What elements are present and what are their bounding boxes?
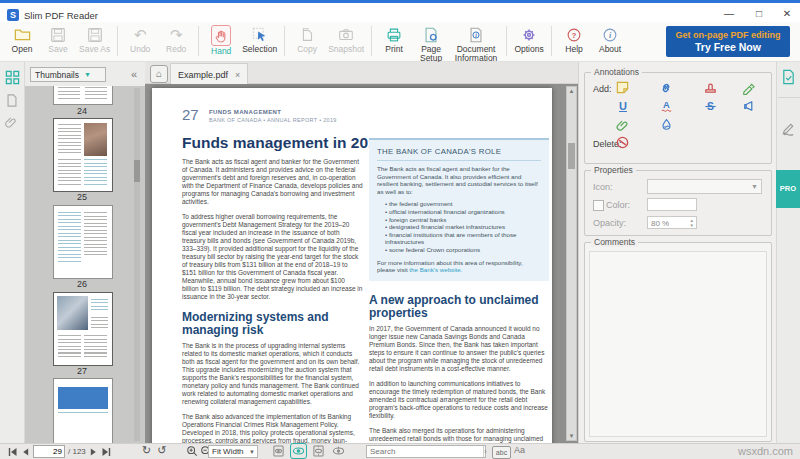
promo-line1: Get on-page PDF editing xyxy=(666,30,790,40)
toolbar-separator xyxy=(117,26,118,56)
link-icon[interactable] xyxy=(659,80,675,96)
stamp-icon[interactable] xyxy=(703,80,719,96)
validate-document-icon[interactable] xyxy=(781,69,796,85)
ink-icon[interactable] xyxy=(659,118,675,134)
undo-icon: ↶ xyxy=(134,25,147,44)
signature-tab[interactable] xyxy=(781,122,796,137)
thumbnail-page-28[interactable] xyxy=(53,378,113,443)
save-as-button[interactable]: Save As xyxy=(79,25,110,54)
bookmarks-panel-icon[interactable] xyxy=(5,93,20,108)
viewer-scrollbar[interactable]: ▲ ▼ xyxy=(566,86,577,441)
scroll-up-arrow[interactable]: ▲ xyxy=(567,88,576,94)
whole-word-toggle[interactable]: abc xyxy=(492,446,511,459)
maximize-button[interactable]: □ xyxy=(752,7,766,21)
try-free-now-button[interactable]: Get on-page PDF editing Try Free Now xyxy=(666,26,790,57)
help-icon: ? xyxy=(565,25,583,44)
icon-dropdown[interactable]: ▼ xyxy=(647,179,762,194)
options-label: Options xyxy=(514,45,543,54)
copy-button[interactable]: Copy xyxy=(292,25,322,54)
bullet-item: some federal Crown corporations xyxy=(385,246,541,254)
fit-mode-select[interactable]: Fit Width ▼ xyxy=(208,445,258,458)
save-label: Save xyxy=(48,45,67,54)
next-page-icon[interactable] xyxy=(89,447,98,457)
highlight-icon[interactable] xyxy=(741,80,757,96)
sidebar-icon-strip xyxy=(0,62,25,443)
thumbnail-page-25[interactable] xyxy=(53,118,113,192)
print-icon xyxy=(385,25,403,44)
minimize-button[interactable]: — xyxy=(722,7,736,21)
search-input[interactable] xyxy=(367,446,483,457)
match-case-toggle[interactable]: Aa xyxy=(514,445,525,455)
app-logo: S xyxy=(7,9,19,21)
undo-label: Undo xyxy=(130,45,150,54)
thumbnails-panel-icon[interactable] xyxy=(5,70,20,85)
attach-file-icon[interactable] xyxy=(615,118,631,134)
tab-close-icon[interactable]: × xyxy=(235,70,240,80)
print-button[interactable]: Print xyxy=(379,25,409,54)
callout-icon[interactable] xyxy=(741,99,757,115)
search-field[interactable]: › xyxy=(366,445,486,458)
thumbnail-page-26[interactable] xyxy=(53,205,113,279)
undo-button[interactable]: ↶ Undo xyxy=(125,25,155,54)
save-button[interactable]: Save xyxy=(43,25,73,54)
about-button[interactable]: i About xyxy=(595,25,625,54)
delete-annotation-icon[interactable] xyxy=(615,135,631,151)
document-tab[interactable]: Example.pdf × xyxy=(170,63,248,85)
color-checkbox[interactable] xyxy=(593,200,604,211)
tab-pro[interactable]: PRO xyxy=(776,170,800,208)
document-information-button[interactable]: i Document Information xyxy=(453,25,499,63)
scroll-down-arrow[interactable]: ▼ xyxy=(567,433,576,439)
thumbnail-page-27[interactable] xyxy=(53,292,113,366)
options-button[interactable]: Options xyxy=(514,25,544,54)
thumbnail-scrollbar[interactable] xyxy=(134,88,140,441)
add-label: Add: xyxy=(593,84,612,94)
zoom-in-icon[interactable] xyxy=(186,445,198,457)
hand-tool-button[interactable]: Hand xyxy=(206,25,236,56)
strikeout-icon[interactable]: S xyxy=(703,99,719,115)
snapshot-label: Snapshot xyxy=(328,45,364,54)
squiggly-underline-icon[interactable]: A xyxy=(659,99,675,115)
spinner-arrows-icon[interactable]: ▲▼ xyxy=(690,218,694,228)
help-button[interactable]: ? Help xyxy=(559,25,589,54)
page-number-input[interactable] xyxy=(33,445,65,458)
bullet-item: foreign central banks xyxy=(385,216,541,224)
properties-group: Properties Icon: ▼ Color: Opacity: 80 % … xyxy=(584,170,772,236)
attachments-panel-icon[interactable] xyxy=(5,116,20,131)
open-button[interactable]: Open xyxy=(7,25,37,54)
previous-page-icon[interactable] xyxy=(21,447,30,457)
paragraph: The Bank acts as fiscal agent and banker… xyxy=(182,158,363,206)
selection-tool-button[interactable]: Selection xyxy=(242,25,277,54)
rotate-clockwise-icon[interactable]: ↻ xyxy=(142,445,151,456)
redo-button[interactable]: ↷ Redo xyxy=(161,25,191,54)
document-canvas[interactable]: 27 FUNDS MANAGEMENT BANK OF CANADA • ANN… xyxy=(145,84,578,443)
facing-pages-view-icon[interactable] xyxy=(312,445,325,457)
snapshot-button[interactable]: Snapshot xyxy=(328,25,364,54)
view-mode-controls xyxy=(272,445,345,457)
last-page-icon[interactable] xyxy=(101,447,111,457)
first-page-icon[interactable] xyxy=(8,447,18,457)
thumbnail-scrollbar-thumb[interactable] xyxy=(134,160,140,182)
thumbnail-page-24[interactable] xyxy=(53,86,113,105)
facing-continuous-view-icon[interactable] xyxy=(332,445,345,457)
panel-mode-select[interactable]: Thumbnails ▼ xyxy=(30,67,106,82)
document-tab-label: Example.pdf xyxy=(178,70,228,80)
comments-list[interactable] xyxy=(589,251,767,437)
home-tab-button[interactable]: ⌂ xyxy=(150,65,168,83)
continuous-view-icon[interactable] xyxy=(292,445,305,457)
opacity-spinner[interactable]: 80 % ▲▼ xyxy=(647,216,697,229)
selection-label: Selection xyxy=(242,45,277,54)
sticky-note-icon[interactable] xyxy=(615,80,631,96)
page-setup-button[interactable]: Page Setup xyxy=(415,25,447,63)
promo-line2: Try Free Now xyxy=(666,41,790,53)
single-page-view-icon[interactable] xyxy=(272,445,285,457)
right-tab-strip xyxy=(776,62,800,443)
collapse-sidebar-icon[interactable]: « xyxy=(131,67,137,82)
underline-icon[interactable]: U xyxy=(615,99,631,115)
search-next-icon[interactable]: › xyxy=(483,446,487,457)
viewer-scrollbar-thumb[interactable] xyxy=(568,143,575,169)
bank-website-link[interactable]: the Bank's website. xyxy=(409,266,462,273)
color-swatch-field[interactable] xyxy=(647,198,697,211)
rotate-counterclockwise-icon[interactable]: ↺ xyxy=(157,445,166,456)
thumbnail-label-26: 26 xyxy=(53,279,111,289)
close-button[interactable]: ✕ xyxy=(780,7,794,21)
